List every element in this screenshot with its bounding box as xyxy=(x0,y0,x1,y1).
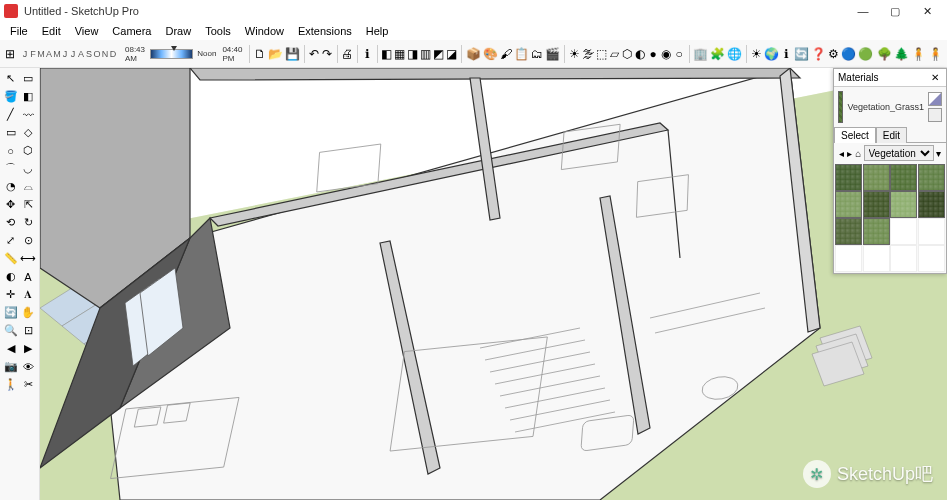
material-preview[interactable] xyxy=(838,91,843,123)
materials-home-button[interactable]: ⌂ xyxy=(855,147,862,159)
time-slider[interactable] xyxy=(150,49,194,59)
menu-file[interactable]: File xyxy=(4,24,34,38)
minimize-button[interactable]: — xyxy=(847,0,879,22)
person2-icon[interactable]: 🧍 xyxy=(928,45,943,63)
material-swatch-2[interactable] xyxy=(890,164,917,191)
wireframe-icon[interactable]: ⬡ xyxy=(622,45,633,63)
ext-icon[interactable]: 🧩 xyxy=(710,45,725,63)
component-icon[interactable]: 📦 xyxy=(466,45,481,63)
material-swatch-0[interactable] xyxy=(835,164,862,191)
scenes-icon[interactable]: 🎬 xyxy=(545,45,560,63)
protractor-icon[interactable]: ◐ xyxy=(2,268,19,285)
hidden-icon[interactable]: ◐ xyxy=(635,45,646,63)
help-icon[interactable]: ❓ xyxy=(811,45,826,63)
make-comp-icon[interactable]: ▭ xyxy=(20,70,37,87)
pan-icon[interactable]: ✋ xyxy=(20,304,37,321)
material-swatch-10[interactable] xyxy=(890,218,917,245)
line-icon[interactable]: ╱ xyxy=(2,106,19,123)
shadow-icon[interactable]: ☀ xyxy=(569,45,580,63)
position-cam-icon[interactable]: 📷 xyxy=(2,358,19,375)
material-swatch-8[interactable] xyxy=(835,218,862,245)
info-icon[interactable]: ℹ xyxy=(781,45,792,63)
material-swatch-11[interactable] xyxy=(918,218,945,245)
section-icon[interactable]: ✂ xyxy=(20,376,37,393)
eraser-icon[interactable]: ◧ xyxy=(20,88,37,105)
prev-icon[interactable]: ◀ xyxy=(2,340,19,357)
materials-tab-edit[interactable]: Edit xyxy=(876,127,907,143)
material-swatch-7[interactable] xyxy=(918,191,945,218)
paint-icon[interactable]: 🪣 xyxy=(2,88,19,105)
materials-collection-dropdown[interactable]: Vegetation xyxy=(864,145,934,161)
pushpull-icon[interactable]: ⇱ xyxy=(20,196,37,213)
default-material-button[interactable] xyxy=(928,92,942,106)
next-icon[interactable]: ▶ xyxy=(20,340,37,357)
menu-camera[interactable]: Camera xyxy=(106,24,157,38)
fog-icon[interactable]: 🌫 xyxy=(582,45,594,63)
arc-icon[interactable]: ⌒ xyxy=(2,160,19,177)
model-view[interactable] xyxy=(40,68,947,500)
offset-icon[interactable]: ⊙ xyxy=(20,232,37,249)
scale-icon[interactable]: ⤢ xyxy=(2,232,19,249)
tape-icon[interactable]: 📏 xyxy=(2,250,19,267)
menu-draw[interactable]: Draw xyxy=(159,24,197,38)
viewport-3d[interactable]: ✲ SketchUp吧 xyxy=(40,68,947,500)
front-icon[interactable]: ◨ xyxy=(407,45,418,63)
axes-icon[interactable]: ✛ xyxy=(2,286,19,303)
person1-icon[interactable]: 🧍 xyxy=(911,45,926,63)
plugin1-icon[interactable]: 🔵 xyxy=(841,45,856,63)
sun-icon[interactable]: ☀ xyxy=(751,45,762,63)
shadow-toggle-icon[interactable]: ⊞ xyxy=(4,45,15,63)
styles-icon[interactable]: 🖌 xyxy=(500,45,512,63)
text-icon[interactable]: A xyxy=(20,268,37,285)
tree2-icon[interactable]: 🌲 xyxy=(894,45,909,63)
material-swatch-9[interactable] xyxy=(863,218,890,245)
materials-menu-button[interactable]: ▾ xyxy=(936,147,943,159)
dim-icon[interactable]: ⟷ xyxy=(20,250,37,267)
new-icon[interactable]: 🗋 xyxy=(254,45,266,63)
materials-icon[interactable]: 🎨 xyxy=(483,45,498,63)
rect-icon[interactable]: ▭ xyxy=(2,124,19,141)
texture-icon[interactable]: ◉ xyxy=(661,45,672,63)
material-swatch-1[interactable] xyxy=(863,164,890,191)
close-button[interactable]: ✕ xyxy=(911,0,943,22)
materials-close-button[interactable]: ✕ xyxy=(928,72,942,83)
shaded-icon[interactable]: ● xyxy=(648,45,659,63)
materials-panel[interactable]: Materials ✕ Vegetation_Grass1 Select Edi… xyxy=(833,68,947,274)
materials-fwd-button[interactable]: ▸ xyxy=(847,147,854,159)
tree1-icon[interactable]: 🌳 xyxy=(877,45,892,63)
arc3-icon[interactable]: ⌓ xyxy=(20,178,37,195)
warehouse-icon[interactable]: 🏢 xyxy=(693,45,708,63)
globe-icon[interactable]: 🌍 xyxy=(764,45,779,63)
select-icon[interactable]: ↖ xyxy=(2,70,19,87)
months-scale[interactable]: JFMAMJJASOND xyxy=(21,49,117,59)
materials-tab-select[interactable]: Select xyxy=(834,127,876,143)
zoom-ext-icon[interactable]: ⊡ xyxy=(20,322,37,339)
top-icon[interactable]: ▦ xyxy=(394,45,405,63)
freehand-icon[interactable]: 〰 xyxy=(20,106,37,123)
back-icon[interactable]: ◩ xyxy=(433,45,444,63)
material-swatch-13[interactable] xyxy=(863,245,890,272)
undo-icon[interactable]: ↶ xyxy=(309,45,320,63)
arc2-icon[interactable]: ◡ xyxy=(20,160,37,177)
followme-icon[interactable]: ↻ xyxy=(20,214,37,231)
look-icon[interactable]: 👁 xyxy=(20,358,37,375)
menu-window[interactable]: Window xyxy=(239,24,290,38)
save-icon[interactable]: 💾 xyxy=(285,45,300,63)
edges-icon[interactable]: ▱ xyxy=(609,45,620,63)
walk-icon[interactable]: 🚶 xyxy=(2,376,19,393)
materials-back-button[interactable]: ◂ xyxy=(838,147,845,159)
settings-icon[interactable]: ⚙ xyxy=(828,45,839,63)
menu-edit[interactable]: Edit xyxy=(36,24,67,38)
left-icon[interactable]: ◪ xyxy=(446,45,457,63)
material-swatch-5[interactable] xyxy=(863,191,890,218)
outliner-icon[interactable]: 🗂 xyxy=(531,45,543,63)
material-swatch-6[interactable] xyxy=(890,191,917,218)
plugin2-icon[interactable]: 🟢 xyxy=(858,45,873,63)
material-swatch-3[interactable] xyxy=(918,164,945,191)
print-icon[interactable]: 🖨 xyxy=(341,45,353,63)
menu-extensions[interactable]: Extensions xyxy=(292,24,358,38)
mono-icon[interactable]: ○ xyxy=(674,45,685,63)
material-swatch-4[interactable] xyxy=(835,191,862,218)
material-swatch-12[interactable] xyxy=(835,245,862,272)
iso-icon[interactable]: ◧ xyxy=(381,45,392,63)
